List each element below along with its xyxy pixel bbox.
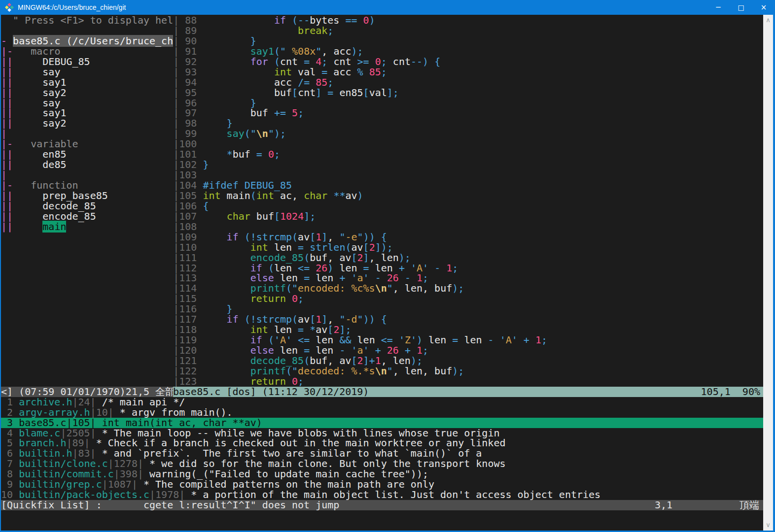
quickfix-item-selected[interactable]: 3 base85.c|105| int main(int ac, char **… [1, 418, 763, 428]
maximize-button[interactable]: □ [730, 0, 752, 15]
scrollbar[interactable]: ∧ ∨ [763, 15, 773, 531]
msys-icon [5, 3, 14, 12]
terminal-row[interactable]: |117 if (!strcmp(av[1], "-d")) { [1, 314, 763, 325]
terminal-row[interactable]: | |103 [1, 170, 763, 180]
terminal-row[interactable]: || decode_85 |106 { [1, 201, 763, 211]
terminal-row[interactable]: || main |108 [1, 222, 763, 232]
status-line[interactable]: <] (07:59 01/01/1970)21,5 全部base85.c [do… [1, 387, 763, 397]
title-bar[interactable]: MINGW64:/c/Users/bruce_chien/git ─ □ × [0, 0, 775, 15]
window-controls: ─ □ × [707, 0, 775, 15]
quickfix-item[interactable]: 5 branch.h|89| * Check if a branch is ch… [1, 438, 763, 448]
terminal-row[interactable]: |115 return 0; [1, 294, 763, 304]
command-line[interactable] [1, 510, 763, 521]
terminal-row[interactable]: |113 else len = len + 'a' - 26 - 1; [1, 273, 763, 283]
terminal-row[interactable]: || DEBUG_85 | 92 for (cnt = 4; cnt >= 0;… [1, 57, 763, 67]
terminal-row[interactable]: - base85.c (/c/Users/bruce_ch| 90 } [1, 36, 763, 46]
terminal-row[interactable]: || say1 | 97 buf += 5; [1, 108, 763, 118]
terminal-window: MINGW64:/c/Users/bruce_chien/git ─ □ × "… [0, 0, 775, 532]
terminal-row[interactable]: |- variable |100 [1, 139, 763, 149]
quickfix-item[interactable]: 9 builtin/grep.c|1087| * The compiled pa… [1, 479, 763, 490]
terminal-row[interactable]: || say2 | 98 } [1, 118, 763, 129]
terminal-row[interactable]: || say2 | 95 buf[cnt] = en85[val]; [1, 88, 763, 98]
quickfix-status-line[interactable]: [Quickfix List] : cgete l:result^I^I" do… [1, 500, 763, 510]
terminal-row[interactable]: |- function |104 #ifdef DEBUG_85 [1, 180, 763, 191]
terminal-row[interactable]: |111 encode_85(buf, av[2], len); [1, 253, 763, 263]
scroll-up-icon[interactable]: ∧ [763, 16, 773, 24]
terminal-row[interactable]: | 89 break; [1, 26, 763, 36]
terminal-row[interactable]: |122 printf("decoded: %.*s\n", len, buf)… [1, 366, 763, 376]
vim-screen[interactable]: " Press <F1> to display hel| 88 if (--by… [1, 15, 763, 531]
terminal-row[interactable]: || encode_85 |107 char buf[1024]; [1, 211, 763, 222]
quickfix-item[interactable]: 4 blame.c|2505| * The main loop -- while… [1, 428, 763, 438]
quickfix-item[interactable]: 1 archive.h|24| /* main api */ [1, 397, 763, 407]
terminal-row[interactable]: | | 99 say("\n"); [1, 129, 763, 139]
terminal-row[interactable]: |114 printf("encoded: %c%s\n", len, buf)… [1, 283, 763, 294]
minimize-button[interactable]: ─ [707, 0, 730, 15]
terminal-row[interactable]: |119 if ('A' <= len && len <= 'Z') len =… [1, 335, 763, 345]
terminal-row[interactable]: |- macro | 91 say1(" %08x", acc); [1, 46, 763, 57]
terminal-row[interactable]: |110 int len = strlen(av[2]); [1, 242, 763, 253]
quickfix-item[interactable]: 2 argv-array.h|10| * argv from main(). [1, 407, 763, 418]
close-button[interactable]: × [752, 0, 775, 15]
terminal-row[interactable]: || de85 |102 } [1, 160, 763, 170]
terminal-row[interactable]: || prep_base85 |105 int main(int ac, cha… [1, 191, 763, 201]
quickfix-item[interactable]: 8 builtin/commit.c|398| warning(_("Faile… [1, 469, 763, 479]
terminal-row[interactable]: || say | 96 } [1, 98, 763, 108]
terminal-row[interactable]: |121 decode_85(buf, av[2]+1, len); [1, 356, 763, 366]
terminal-row[interactable]: || say | 93 int val = acc % 85; [1, 67, 763, 77]
quickfix-item[interactable]: 10 builtin/pack-objects.c|1978| * a port… [1, 490, 763, 500]
terminal-row[interactable]: |123 return 0; [1, 376, 763, 387]
terminal-rows: " Press <F1> to display hel| 88 if (--by… [1, 15, 763, 521]
terminal-row[interactable]: " Press <F1> to display hel| 88 if (--by… [1, 15, 763, 26]
terminal-row[interactable]: |118 int len = *av[2]; [1, 325, 763, 335]
terminal-row[interactable]: |116 } [1, 304, 763, 314]
scroll-down-icon[interactable]: ∨ [763, 521, 773, 529]
window-title: MINGW64:/c/Users/bruce_chien/git [18, 3, 126, 11]
terminal-row[interactable]: || say1 | 94 acc /= 85; [1, 77, 763, 88]
terminal-row[interactable]: || en85 |101 *buf = 0; [1, 149, 763, 160]
terminal-area: " Press <F1> to display hel| 88 if (--by… [0, 15, 775, 532]
quickfix-item[interactable]: 6 builtin.h|83| * and `prefix`. The firs… [1, 448, 763, 459]
quickfix-item[interactable]: 7 builtin/clone.c|1278| * we did so for … [1, 459, 763, 469]
terminal-row[interactable]: |109 if (!strcmp(av[1], "-e")) { [1, 232, 763, 242]
terminal-row[interactable]: |112 if (len <= 26) len = len + 'A' - 1; [1, 263, 763, 273]
terminal-row[interactable]: |120 else len = len - 'a' + 26 + 1; [1, 345, 763, 356]
